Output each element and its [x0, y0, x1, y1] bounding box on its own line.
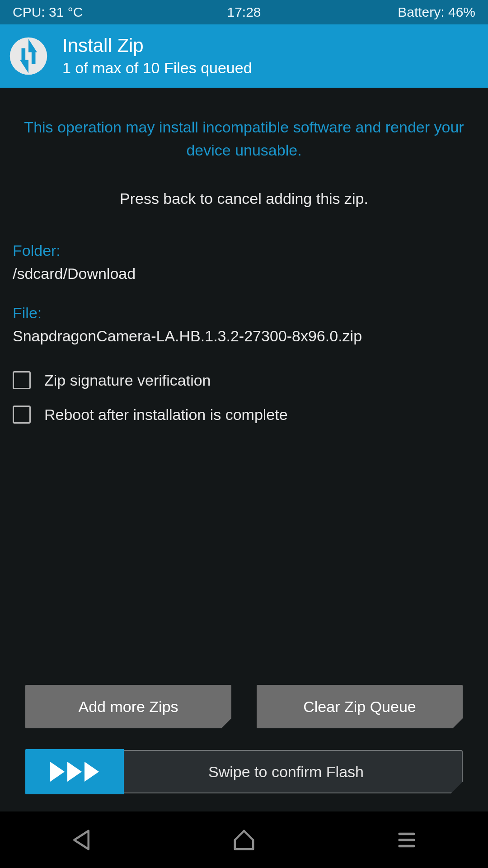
page-title: Install Zip [62, 35, 252, 56]
file-label: File: [13, 304, 475, 322]
battery-level: Battery: 46% [398, 5, 475, 20]
twrp-logo-icon [9, 37, 48, 75]
add-more-zips-label: Add more Zips [78, 698, 178, 716]
navigation-bar [0, 811, 488, 868]
folder-label: Folder: [13, 242, 475, 259]
zip-signature-label: Zip signature verification [44, 372, 211, 389]
page-subtitle: 1 of max of 10 Files queued [62, 59, 252, 77]
back-button[interactable] [69, 828, 94, 852]
chevron-right-icon [67, 762, 82, 782]
folder-value: /sdcard/Download [13, 265, 475, 283]
chevron-right-icon [84, 762, 99, 782]
checkbox-icon [13, 371, 31, 389]
cpu-temp: CPU: 31 °C [13, 5, 83, 20]
home-button[interactable] [232, 828, 256, 852]
clear-zip-queue-label: Clear Zip Queue [303, 698, 416, 716]
main-content: This operation may install incompatible … [0, 88, 488, 811]
reboot-label: Reboot after installation is complete [44, 406, 288, 424]
zip-signature-checkbox[interactable]: Zip signature verification [13, 371, 475, 389]
file-value: SnapdragonCamera-LA.HB.1.3.2-27300-8x96.… [13, 327, 475, 345]
clear-zip-queue-button[interactable]: Clear Zip Queue [257, 685, 463, 728]
header: Install Zip 1 of max of 10 Files queued [0, 24, 488, 88]
menu-button[interactable] [394, 828, 419, 852]
add-more-zips-button[interactable]: Add more Zips [25, 685, 231, 728]
instruction-text: Press back to cancel adding this zip. [13, 190, 475, 208]
chevron-right-icon [50, 762, 65, 782]
status-bar: CPU: 31 °C 17:28 Battery: 46% [0, 0, 488, 24]
checkbox-icon [13, 406, 31, 424]
warning-text: This operation may install incompatible … [13, 116, 475, 162]
swipe-label: Swipe to confirm Flash [124, 763, 462, 781]
swipe-handle[interactable] [25, 749, 124, 794]
swipe-to-flash-slider[interactable]: Swipe to confirm Flash [25, 750, 463, 793]
reboot-checkbox[interactable]: Reboot after installation is complete [13, 406, 475, 424]
